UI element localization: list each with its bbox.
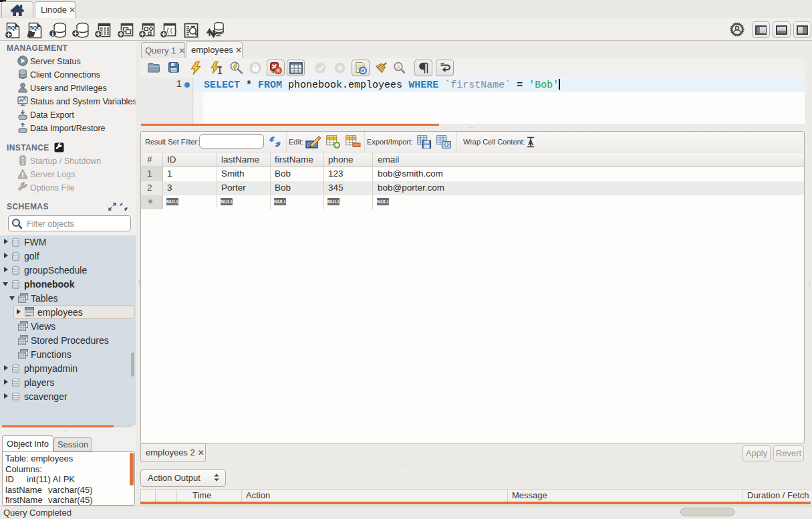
svg-text:SQL: SQL — [30, 25, 41, 31]
svg-text:SQL: SQL — [8, 25, 19, 31]
svg-text:i: i — [52, 30, 54, 37]
svg-text:A: A — [528, 138, 533, 146]
svg-text:A: A — [396, 64, 400, 70]
